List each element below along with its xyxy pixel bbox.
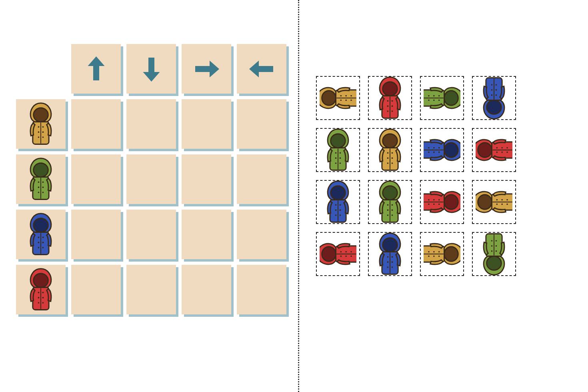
svg-point-80	[387, 157, 389, 159]
svg-point-90	[428, 147, 430, 149]
raincoat-red-icon	[320, 232, 356, 276]
answer-slot-r1-c4[interactable]	[237, 99, 286, 149]
svg-point-160	[496, 245, 497, 247]
raincoat-red-icon	[22, 268, 59, 312]
svg-point-59	[428, 100, 430, 101]
answer-slot-r1-c1[interactable]	[71, 99, 121, 149]
cutout-tile-green-up[interactable]	[368, 180, 412, 224]
cutout-tile-red-left[interactable]	[472, 128, 516, 172]
svg-point-95	[496, 147, 498, 149]
svg-point-112	[387, 209, 389, 211]
cutout-tile-green-up[interactable]	[316, 128, 360, 172]
raincoat-blue-icon	[372, 232, 408, 276]
answer-slot-r4-c4[interactable]	[237, 265, 286, 314]
svg-point-72	[335, 157, 337, 159]
cutout-tile-yellow-right[interactable]	[420, 232, 464, 276]
svg-point-31	[42, 292, 44, 294]
svg-point-71	[340, 152, 341, 154]
cutout-tile-red-up[interactable]	[368, 76, 412, 120]
svg-point-105	[340, 209, 341, 211]
answer-slot-r4-c3[interactable]	[182, 265, 231, 314]
cutout-tile-blue-up[interactable]	[368, 232, 412, 276]
svg-point-81	[392, 157, 393, 159]
arrow-up-header	[71, 44, 121, 94]
svg-point-144	[387, 261, 389, 263]
svg-point-111	[392, 204, 393, 206]
svg-point-92	[478, 143, 492, 158]
svg-point-124	[478, 195, 492, 210]
svg-point-58	[428, 95, 430, 97]
raincoat-blue-icon	[424, 128, 460, 172]
svg-point-116	[444, 195, 458, 210]
svg-point-11	[42, 136, 44, 138]
answer-slot-r3-c1[interactable]	[71, 210, 121, 259]
svg-point-122	[428, 199, 430, 201]
svg-point-48	[387, 105, 389, 107]
answer-slot-r2-c4[interactable]	[237, 154, 286, 204]
cutout-tile-green-right[interactable]	[420, 76, 464, 120]
svg-point-99	[506, 147, 508, 149]
row-figure-green	[16, 154, 66, 204]
svg-point-4	[34, 108, 48, 122]
cutout-tile-blue-right[interactable]	[420, 128, 464, 172]
svg-point-9	[42, 131, 44, 133]
svg-point-57	[433, 100, 435, 101]
answer-slot-r3-c4[interactable]	[237, 210, 286, 259]
svg-point-49	[392, 105, 393, 107]
svg-point-41	[345, 95, 347, 97]
svg-point-30	[38, 292, 40, 294]
arrow-down-header	[126, 44, 176, 94]
svg-point-28	[34, 274, 48, 288]
svg-point-97	[501, 147, 503, 149]
cutout-tile-yellow-left[interactable]	[316, 76, 360, 120]
svg-point-128	[501, 204, 503, 205]
cut-line-divider	[298, 0, 300, 392]
answer-slot-r4-c1[interactable]	[71, 265, 121, 314]
cutout-tile-blue-up[interactable]	[316, 180, 360, 224]
svg-point-126	[496, 204, 498, 205]
svg-point-65	[491, 89, 493, 91]
svg-point-163	[491, 240, 493, 242]
svg-point-130	[506, 204, 508, 205]
svg-point-60	[487, 100, 502, 114]
cutout-tile-green-down[interactable]	[472, 232, 516, 276]
svg-point-10	[38, 136, 40, 138]
raincoat-green-icon	[320, 128, 356, 172]
svg-point-43	[350, 95, 352, 97]
answer-slot-r2-c2[interactable]	[126, 154, 176, 204]
puzzle-grid-panel	[0, 0, 298, 392]
answer-slot-r4-c2[interactable]	[126, 265, 176, 314]
svg-marker-1	[143, 58, 160, 82]
cutout-tile-red-left[interactable]	[316, 232, 360, 276]
svg-point-51	[392, 110, 393, 112]
svg-point-50	[387, 110, 389, 112]
svg-point-36	[322, 91, 336, 106]
svg-point-131	[506, 199, 508, 201]
arrow-left-header	[237, 44, 286, 94]
raincoat-yellow-icon	[476, 180, 512, 224]
cutout-tile-yellow-up[interactable]	[368, 128, 412, 172]
svg-point-151	[438, 256, 440, 257]
answer-slot-r1-c3[interactable]	[182, 99, 231, 149]
svg-point-17	[42, 186, 44, 188]
svg-point-134	[340, 256, 342, 257]
svg-point-114	[387, 214, 389, 216]
answer-slot-r2-c1[interactable]	[71, 154, 121, 204]
cutout-tile-blue-down[interactable]	[472, 76, 516, 120]
svg-point-155	[428, 256, 430, 257]
answer-slot-r2-c3[interactable]	[182, 154, 231, 204]
cutout-tile-yellow-left[interactable]	[472, 180, 516, 224]
answer-slot-r3-c3[interactable]	[182, 210, 231, 259]
answer-slot-r1-c2[interactable]	[126, 99, 176, 149]
svg-point-121	[433, 204, 435, 205]
arrow-right-header	[182, 44, 231, 94]
cutout-tile-red-right[interactable]	[420, 180, 464, 224]
svg-point-75	[340, 162, 341, 164]
answer-slot-r3-c2[interactable]	[126, 210, 176, 259]
svg-point-44	[383, 82, 398, 96]
svg-point-132	[322, 247, 336, 262]
raincoat-green-icon	[22, 157, 59, 201]
worksheet-page	[0, 0, 588, 392]
svg-point-86	[438, 147, 440, 149]
svg-point-24	[38, 242, 40, 243]
